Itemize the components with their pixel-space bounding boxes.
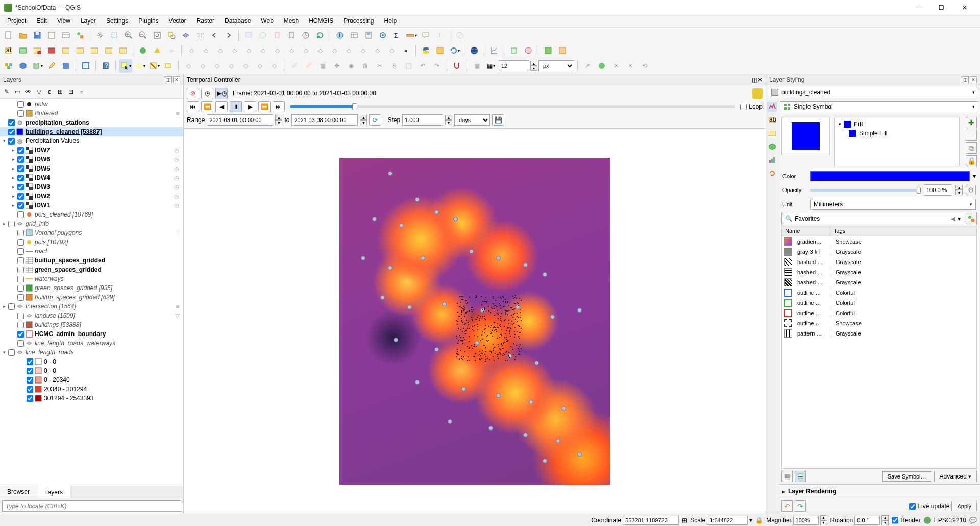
layer-item[interactable]: ▸IDW5◷ [0, 164, 183, 173]
menu-project[interactable]: Project [2, 15, 31, 27]
osm-tool2-icon[interactable] [556, 44, 569, 57]
lock-symbol-layer-button[interactable]: 🔒 [966, 155, 977, 166]
save-edits-icon[interactable] [59, 59, 72, 73]
font-size-spinner[interactable]: ▲▼ [530, 61, 537, 71]
processing-toolbox-icon[interactable] [376, 29, 389, 42]
label-tool-5-icon[interactable] [59, 44, 72, 57]
symbol-row[interactable]: outline …Showcase [782, 318, 976, 328]
zoom-selection-icon[interactable] [165, 29, 178, 42]
labels-tab-icon[interactable]: abc [767, 115, 777, 125]
layer-item[interactable]: HCMC_admin_boundary [0, 329, 183, 339]
web-globe-icon[interactable] [468, 44, 481, 57]
zoom-last-icon[interactable] [208, 29, 221, 42]
redo-edit-icon[interactable]: ↷ [430, 59, 444, 73]
layer-item[interactable]: 20340 - 301294 [0, 385, 183, 394]
magnifier-input[interactable] [793, 516, 819, 525]
node-tool-icon[interactable]: ◉ [345, 59, 358, 73]
range-from-spinner[interactable]: ▲▼ [275, 115, 282, 125]
symbol-row[interactable]: gray 3 fillGrayscale [782, 247, 976, 257]
remove-symbol-layer-button[interactable]: — [966, 130, 977, 141]
symbol-row[interactable]: outline …Colorful [782, 298, 976, 308]
refresh-icon[interactable] [313, 29, 327, 42]
map-tips-icon[interactable] [419, 29, 432, 42]
layers-close-button[interactable]: ✕ [173, 76, 180, 83]
statistics-icon[interactable]: Σ [390, 29, 404, 42]
create-layer-icon[interactable] [136, 44, 150, 57]
layer-visibility-checkbox[interactable] [17, 276, 24, 282]
symbology-tab-icon[interactable] [767, 102, 777, 112]
temporal-undock-button[interactable]: ◫ [752, 76, 757, 83]
add-feature-icon[interactable]: ▦ [316, 59, 329, 73]
fill-color-button[interactable] [810, 171, 970, 181]
layer-item[interactable]: Buffered≡ [0, 109, 183, 118]
styling-undock-button[interactable]: ◫ [962, 76, 969, 83]
edit-tool-5-icon[interactable]: ◇ [242, 44, 255, 57]
filter-legend-icon[interactable]: ▽ [34, 87, 43, 97]
edit-tool-10-icon[interactable]: ◇ [313, 44, 327, 57]
symbol-search-input[interactable]: 🔍 Favorites ◀ ▾ [781, 213, 964, 224]
range-from-input[interactable] [207, 114, 273, 126]
minimize-button[interactable]: ─ [907, 0, 930, 15]
cut-features-icon[interactable]: ✂ [373, 59, 386, 73]
font-size-input[interactable] [499, 60, 529, 71]
layer-visibility-checkbox[interactable] [17, 147, 24, 154]
layer-item[interactable]: green_spaces_gridded [0, 265, 183, 274]
add-vector-icon[interactable]: ▾ [31, 59, 44, 73]
scale-input[interactable] [707, 516, 748, 525]
opacity-spinner[interactable]: ▲▼ [955, 185, 963, 195]
styling-close-button[interactable]: ✕ [970, 76, 977, 83]
advanced-button[interactable]: Advanced ▾ [934, 471, 977, 482]
layer-item[interactable]: buildings [53888] [0, 320, 183, 329]
layer-visibility-checkbox[interactable] [17, 175, 24, 181]
collapse-all-icon[interactable]: ⊟ [66, 87, 76, 97]
temporal-animated-button[interactable]: ▶◷ [215, 88, 228, 99]
layer-visibility-checkbox[interactable] [8, 349, 15, 356]
mesh-tool-icon[interactable]: ▦ [470, 59, 483, 73]
tab-layers[interactable]: Layers [37, 486, 70, 498]
overflow-icon[interactable]: » [399, 44, 412, 57]
layer-visibility-checkbox[interactable] [27, 386, 33, 393]
menu-layer[interactable]: Layer [76, 15, 101, 27]
magnifier-spinner[interactable]: ▲▼ [820, 515, 827, 525]
zoom-full-icon[interactable] [151, 29, 164, 42]
layer-item[interactable]: waterways [0, 274, 183, 283]
render-checkbox[interactable]: Render [892, 516, 920, 525]
symbol-row[interactable]: pattern …Grayscale [782, 328, 976, 339]
edit-tool-2-icon[interactable]: ◇ [199, 44, 212, 57]
edit-tool-14-icon[interactable]: ◇ [371, 44, 384, 57]
time-slider[interactable] [290, 105, 735, 108]
current-edits-icon[interactable] [287, 59, 301, 73]
zoom-out-icon[interactable] [136, 29, 150, 42]
temporal-fixed-range-button[interactable]: ◷ [201, 88, 213, 99]
layer-visibility-checkbox[interactable] [8, 221, 15, 227]
remove-layer-icon[interactable]: − [77, 87, 86, 97]
duplicate-symbol-layer-button[interactable]: ⧉ [966, 142, 977, 154]
new-bookmark-icon[interactable] [271, 29, 284, 42]
measure-icon[interactable]: ▾ [405, 29, 418, 42]
layer-visibility-checkbox[interactable] [8, 138, 15, 145]
list-view-button[interactable]: ☰ [795, 471, 806, 482]
locator-input[interactable] [2, 500, 181, 512]
vertex-tool-3-icon[interactable]: ◇ [210, 59, 224, 73]
layer-rendering-expander[interactable]: ▸ Layer Rendering [778, 484, 980, 498]
layer-item[interactable]: pofw [0, 100, 183, 109]
edit-tool-8-icon[interactable]: ◇ [285, 44, 298, 57]
layer-visibility-checkbox[interactable] [27, 358, 33, 365]
edit-tool-15-icon[interactable]: ◇ [385, 44, 398, 57]
new-map-view-icon[interactable] [242, 29, 255, 42]
style-manager-button[interactable] [966, 213, 977, 224]
icon-view-button[interactable]: ▦ [781, 471, 793, 482]
history-tab-icon[interactable] [767, 168, 777, 178]
step-back-button[interactable]: ⏪ [201, 101, 213, 112]
delete-selected-icon[interactable]: 🗑 [359, 59, 372, 73]
pause-button[interactable]: ⏸ [230, 101, 242, 112]
tab-browser[interactable]: Browser [0, 486, 37, 498]
step-spinner[interactable]: ▲▼ [445, 115, 452, 125]
layer-item[interactable]: pois [10792] [0, 237, 183, 247]
vector-tool-c-icon[interactable]: ✕ [609, 59, 623, 73]
layer-visibility-checkbox[interactable] [8, 129, 15, 135]
col-name-header[interactable]: Name [782, 226, 830, 236]
menu-view[interactable]: View [52, 15, 76, 27]
menu-edit[interactable]: Edit [31, 15, 52, 27]
layer-visibility-checkbox[interactable] [17, 331, 24, 338]
